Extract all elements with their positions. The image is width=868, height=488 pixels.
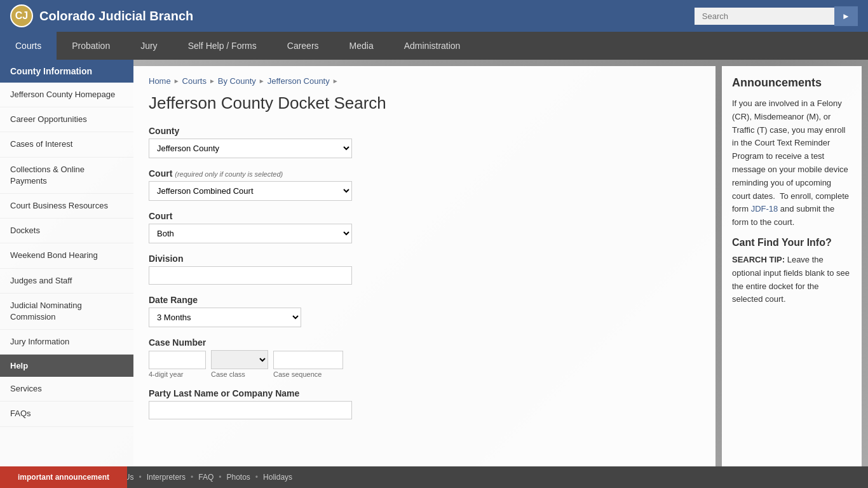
breadcrumb-jefferson-county[interactable]: Jefferson County [268, 76, 330, 86]
date-range-group: Date Range 3 Months 1 Month 6 Months 1 Y… [149, 295, 700, 327]
announcements-text: If you are involved in a Felony (CR), Mi… [732, 97, 851, 229]
footer-bar: Transparency Online • Contact Us • Inter… [0, 466, 868, 488]
court-required-group: Court (required only if county is select… [149, 168, 700, 201]
breadcrumb-sep-4: ► [332, 78, 339, 85]
case-class-group: CR CV DR M T Case class [211, 350, 268, 378]
announcements-title: Announcements [732, 76, 851, 90]
sidebar-item-cases-of-interest[interactable]: Cases of Interest [0, 132, 133, 157]
logo-area: CJ Colorado Judicial Branch [10, 4, 193, 27]
case-number-row: 4-digit year CR CV DR M T Case class [149, 350, 700, 378]
division-input[interactable] [149, 266, 352, 285]
court-type-select[interactable]: Both County District [149, 224, 352, 243]
nav-selfhelp[interactable]: Self Help / Forms [173, 32, 272, 60]
sidebar-item-judicial-nominating[interactable]: Judicial Nominating Commission [0, 294, 133, 330]
case-number-label: Case Number [149, 337, 700, 348]
nav-media[interactable]: Media [334, 32, 389, 60]
party-name-group: Party Last Name or Company Name [149, 388, 700, 419]
case-class-sublabel: Case class [211, 370, 268, 378]
body-wrapper: County Information Jefferson County Home… [0, 60, 868, 479]
footer-sep-4: • [219, 473, 221, 482]
case-seq-group: Case sequence [273, 351, 343, 378]
party-name-label: Party Last Name or Company Name [149, 388, 700, 398]
county-select[interactable]: Jefferson County Adams County Arapahoe C… [149, 139, 352, 158]
search-tip-text: SEARCH TIP: Leave the optional input fie… [732, 254, 851, 306]
footer-photos[interactable]: Photos [227, 473, 250, 482]
announcement-banner[interactable]: important announcement [0, 466, 127, 488]
search-button[interactable]: ► [834, 6, 858, 26]
right-column: Announcements If you are involved in a F… [722, 66, 862, 473]
logo-text: CJ [15, 10, 28, 22]
court-type-label: Court [149, 211, 700, 221]
nav-courts[interactable]: Courts [0, 32, 57, 60]
case-class-select[interactable]: CR CV DR M T [211, 350, 268, 369]
nav-jury[interactable]: Jury [125, 32, 172, 60]
cant-find-title: Cant Find Your Info? [732, 237, 851, 248]
date-range-label: Date Range [149, 295, 700, 305]
search-tip-label: SEARCH TIP: [732, 255, 785, 264]
sidebar-item-jury-information[interactable]: Jury Information [0, 330, 133, 355]
sidebar-item-jefferson-homepage[interactable]: Jefferson County Homepage [0, 83, 133, 107]
case-seq-input[interactable] [273, 351, 343, 369]
case-seq-sublabel: Case sequence [273, 370, 343, 378]
sidebar-heading: County Information [0, 60, 133, 83]
court-type-group: Court Both County District [149, 211, 700, 243]
footer-sep-5: • [255, 473, 258, 482]
footer-interpreters[interactable]: Interpreters [147, 473, 186, 482]
county-label: County [149, 126, 700, 136]
search-area: ► [695, 6, 858, 26]
sidebar: County Information Jefferson County Home… [0, 60, 133, 479]
breadcrumb-sep-2: ► [209, 78, 215, 85]
footer-sep-3: • [191, 473, 193, 482]
site-title: Colorado Judicial Branch [39, 9, 193, 24]
breadcrumb-sep-1: ► [173, 78, 180, 85]
page-title: Jefferson County Docket Search [149, 93, 700, 113]
division-label: Division [149, 254, 700, 264]
sidebar-item-judges-staff[interactable]: Judges and Staff [0, 269, 133, 294]
sidebar-item-collections-payments[interactable]: Collections & Online Payments [0, 158, 133, 194]
court-required-note: (required only if county is selected) [175, 170, 283, 178]
sidebar-subheading-help: Help [0, 355, 133, 377]
breadcrumb: Home ► Courts ► By County ► Jefferson Co… [149, 76, 700, 86]
case-year-input[interactable] [149, 351, 206, 369]
court-required-select[interactable]: Jefferson Combined Court Jefferson Count… [149, 181, 352, 201]
footer-faq[interactable]: FAQ [198, 473, 214, 482]
nav-careers[interactable]: Careers [272, 32, 334, 60]
sidebar-item-weekend-bond[interactable]: Weekend Bond Hearing [0, 243, 133, 268]
sidebar-item-court-business-resources[interactable]: Court Business Resources [0, 194, 133, 219]
nav-administration[interactable]: Administration [389, 32, 476, 60]
content-wrapper: Home ► Courts ► By County ► Jefferson Co… [133, 60, 868, 479]
jdf-link[interactable]: JDF-18 [751, 204, 778, 214]
footer-holidays[interactable]: Holidays [263, 473, 292, 482]
sidebar-item-dockets[interactable]: Dockets [0, 219, 133, 243]
case-year-sublabel: 4-digit year [149, 370, 206, 378]
breadcrumb-by-county[interactable]: By County [218, 76, 256, 86]
county-group: County Jefferson County Adams County Ara… [149, 126, 700, 158]
breadcrumb-courts[interactable]: Courts [182, 76, 207, 86]
case-year-group: 4-digit year [149, 351, 206, 378]
breadcrumb-sep-3: ► [259, 78, 265, 85]
sidebar-item-career-opportunities[interactable]: Career Opportunities [0, 107, 133, 132]
sidebar-item-services[interactable]: Services [0, 377, 133, 402]
date-range-select[interactable]: 3 Months 1 Month 6 Months 1 Year [149, 308, 301, 327]
division-group: Division [149, 254, 700, 285]
main-nav: Courts Probation Jury Self Help / Forms … [0, 32, 868, 60]
site-logo: CJ [10, 4, 33, 27]
party-name-input[interactable] [149, 401, 352, 419]
case-number-group: Case Number 4-digit year CR CV DR M [149, 337, 700, 378]
search-input[interactable] [695, 8, 834, 25]
nav-probation[interactable]: Probation [57, 32, 125, 60]
breadcrumb-home[interactable]: Home [149, 76, 171, 86]
court-required-label: Court (required only if county is select… [149, 168, 700, 179]
footer-sep-2: • [139, 473, 142, 482]
sidebar-item-faqs[interactable]: FAQs [0, 402, 133, 426]
top-header: CJ Colorado Judicial Branch ► [0, 0, 868, 32]
main-content: Home ► Courts ► By County ► Jefferson Co… [133, 66, 715, 473]
